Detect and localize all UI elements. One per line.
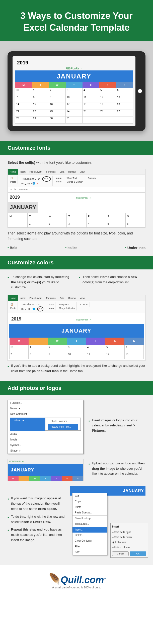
page-title: 3 Ways to Customize Your Excel Calendar … [8, 10, 145, 34]
tab-view: View [78, 169, 87, 175]
font-options-list: Bold Italics Underlines [8, 245, 145, 251]
excel-ribbon-screenshot-2: Home Insert Page Layout Formulas Data Re… [8, 295, 145, 361]
colors-step-1: To change text colors, start by selectin… [8, 274, 74, 290]
colors-month-banner: JANUARY [9, 324, 144, 338]
section-header-colors: Customize colors [0, 256, 153, 269]
fonts-intro: Select the cell(s) with the font you'd l… [8, 160, 145, 165]
paste-group: 📋Paste [9, 302, 18, 310]
number-group: Custom [86, 176, 97, 180]
photos-step-1: Insert images or logos into your calenda… [89, 418, 146, 433]
section-body-fonts: Select the cell(s) with the font you'd l… [0, 155, 153, 256]
tab-formulas: Formulas [44, 169, 58, 175]
colors-step-3: If you'd like to add a background color,… [8, 363, 145, 374]
footer-tagline: A small part of your job is 100% of ours… [8, 586, 145, 589]
calendar-month-banner: JANUARY [15, 70, 133, 82]
selected-month-cell: JANUARY [8, 202, 38, 213]
tablet-screen: 2019 FEBRUARY -> JANUARY MTWTFSS 3112345… [13, 56, 135, 126]
font-group: Trebuchet M... · 34 B I U · ▦ · 🪣 · A ▾ [20, 302, 45, 312]
calendar-year: 2019 [15, 59, 133, 67]
section-body-colors: To change text colors, start by selectin… [0, 269, 153, 381]
photos-step-3: If you want this image to appear at the … [8, 496, 65, 511]
excel-ribbon-screenshot-1: Home Insert Page Layout Formulas Data Re… [8, 169, 145, 228]
font-size-controls-circled: A^ A˅ [42, 176, 51, 181]
font-color-circled: A ▾ [37, 306, 43, 311]
wrap-group: Wrap TextMerge & Center [65, 176, 85, 184]
tab-review: Review [66, 169, 78, 175]
paste-group: 📋Paste [9, 176, 18, 184]
tablet-section: 2019 FEBRUARY -> JANUARY MTWTFSS 3112345… [0, 41, 153, 141]
tablet-frame: 2019 FEBRUARY -> JANUARY MTWTFSS 3112345… [8, 51, 145, 131]
ribbon-tabs: Home Insert Page Layout Formulas Data Re… [8, 169, 145, 175]
colors-step-2: Then select Home and choose a new color(… [79, 274, 145, 285]
tab-insert: Insert [18, 169, 28, 175]
calendar-grid: MTWTFSS 31123456 78910111213 14151617181… [15, 82, 133, 124]
tab-page-layout: Page Layout [28, 169, 44, 175]
ok-button: OK [130, 551, 146, 556]
calendar-strip: JANUARY [8, 464, 83, 476]
cancel-button: Cancel [112, 551, 129, 556]
insert-menu-screenshot: Function... Name ▸ New Comment Picture ▸… [8, 400, 84, 454]
footer: 🪶Quill.com™ A small part of your job is … [0, 565, 153, 596]
insert-dialog-screenshot: Insert ○ Shift cells right ○ Shift cells… [110, 523, 148, 558]
cell-reference-bar: B4 fx JANUARY [8, 187, 145, 192]
section-body-photos: Function... Name ▸ New Comment Picture ▸… [0, 395, 153, 565]
photos-step-2: Upload your picture or logo and then dra… [89, 461, 146, 476]
context-menu-screenshot: Cut Copy Paste Paste Special... Smart Lo… [72, 493, 107, 555]
mini-next-link: FEBRUARY -> [22, 196, 145, 200]
hero-banner: 3 Ways to Customize Your Excel Calendar … [0, 0, 153, 41]
fonts-outro: Then select Home and play around with th… [8, 230, 145, 242]
quill-logo: 🪶Quill.com™ [8, 573, 145, 586]
feather-icon: 🪶 [47, 573, 60, 585]
tab-data: Data [58, 169, 66, 175]
next-month-link: FEBRUARY -> [15, 67, 133, 70]
tablet-home-button [138, 89, 142, 93]
photos-step-5: Repeat this step until you have as much … [8, 527, 65, 543]
tab-home: Home [8, 169, 18, 175]
align-group: ≡ ≡ ≡≡ ≡ ≡ [55, 176, 63, 184]
image-drag-handles-icon [9, 460, 16, 470]
photos-step-4: To do this, right-click the title row an… [8, 514, 65, 525]
section-header-fonts: Customize fonts [0, 141, 153, 155]
mini-year: 2019 [8, 193, 22, 202]
section-header-photos: Add photos or logos [0, 381, 153, 395]
font-group: Trebuchet M... · 34 · A^ A˅ B I U · ▦ · … [20, 176, 53, 186]
